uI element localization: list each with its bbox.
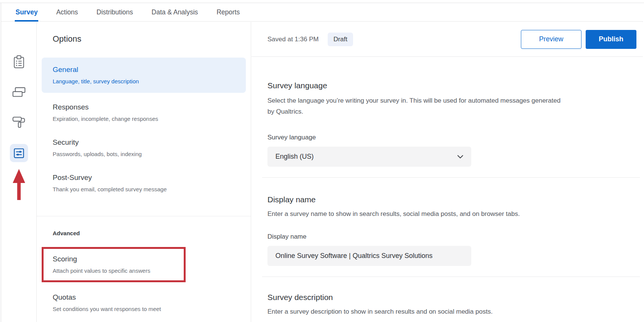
main-content: Saved at 1:36 PM Draft Preview Publish S… (252, 22, 643, 322)
survey-builder-icon[interactable] (12, 55, 26, 70)
preview-button[interactable]: Preview (521, 30, 581, 49)
tab-reports[interactable]: Reports (217, 3, 240, 21)
survey-flow-icon[interactable] (12, 86, 26, 99)
options-section-divider (37, 216, 251, 216)
section-divider (262, 177, 640, 178)
red-box-annotation: Scoring Attach point values to specific … (42, 247, 186, 282)
saved-status-text: Saved at 1:36 PM (267, 36, 319, 43)
section-heading: Display name (267, 195, 643, 204)
options-item-security[interactable]: Security Passwords, uploads, bots, index… (42, 130, 246, 166)
survey-language-value: English (US) (275, 153, 457, 161)
advanced-section-label: Advanced (53, 230, 251, 236)
status-badge: Draft (328, 33, 353, 46)
display-name-label: Display name (267, 233, 643, 241)
section-description: Enter a survey name to show in search re… (267, 208, 565, 219)
options-item-quotas[interactable]: Quotas Set conditions you want responses… (42, 285, 246, 320)
options-item-general[interactable]: General Language, title, survey descript… (42, 58, 246, 93)
options-item-desc: Language, title, survey description (53, 78, 235, 85)
options-item-desc: Thank you email, completed survey messag… (53, 186, 235, 193)
options-item-scoring[interactable]: Scoring Attach point values to specific … (44, 249, 184, 280)
chevron-down-icon (457, 155, 463, 158)
options-item-title: Scoring (53, 255, 175, 264)
look-and-feel-icon[interactable] (12, 115, 26, 130)
options-item-desc: Passwords, uploads, bots, indexing (53, 150, 235, 158)
options-item-title: General (53, 65, 235, 74)
section-description: Select the language you’re writing your … (267, 95, 565, 117)
section-description: Enter a survey description to show in se… (267, 306, 565, 317)
options-panel: Options General Language, title, survey … (37, 22, 251, 322)
options-item-title: Post-Survey (53, 173, 235, 182)
tab-distributions[interactable]: Distributions (97, 3, 133, 21)
section-heading: Survey description (267, 293, 643, 302)
options-item-title: Security (53, 138, 235, 147)
section-divider (262, 277, 640, 277)
survey-language-label: Survey language (267, 134, 643, 141)
options-item-responses[interactable]: Responses Expiration, incomplete, change… (42, 95, 246, 130)
section-survey-language: Survey language Select the language you’… (267, 81, 643, 167)
survey-language-dropdown[interactable]: English (US) (267, 147, 471, 167)
options-item-desc: Set conditions you want responses to mee… (53, 305, 235, 313)
red-arrow-annotation-icon (13, 169, 25, 200)
tab-data-analysis[interactable]: Data & Analysis (152, 3, 198, 21)
publish-button[interactable]: Publish (586, 30, 636, 49)
settings-content: Survey language Select the language you’… (252, 81, 643, 322)
left-icon-rail (1, 22, 37, 322)
survey-options-icon[interactable] (10, 144, 28, 162)
main-header: Saved at 1:36 PM Draft Preview Publish (252, 22, 643, 57)
options-item-desc: Attach point values to specific answers (53, 267, 175, 275)
options-item-post-survey[interactable]: Post-Survey Thank you email, completed s… (42, 166, 246, 201)
section-survey-description: Survey description Enter a survey descri… (267, 293, 643, 322)
options-item-title: Responses (53, 103, 235, 112)
display-name-input[interactable] (267, 246, 471, 266)
section-heading: Survey language (267, 81, 643, 90)
tab-survey[interactable]: Survey (16, 3, 38, 21)
options-item-title: Quotas (53, 293, 235, 302)
tab-actions[interactable]: Actions (56, 3, 78, 21)
top-navigation: Survey Actions Distributions Data & Anal… (1, 3, 643, 22)
options-item-desc: Expiration, incomplete, change responses (53, 115, 235, 123)
section-display-name: Display name Enter a survey name to show… (267, 195, 643, 266)
options-panel-title: Options (53, 34, 251, 44)
